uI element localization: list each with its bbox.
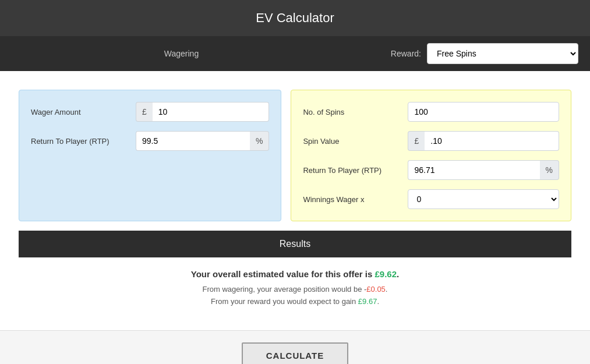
- reward-panel: No. of Spins Spin Value £ Return T: [291, 90, 571, 221]
- result-main-text-before: Your overall estimated value for this of…: [191, 269, 375, 279]
- panels-wrapper: Wager Amount £ Return To Player (RTP) %: [0, 71, 590, 231]
- reward-text-before: From your reward you would expect to gai…: [211, 297, 358, 306]
- wagering-text-before: From wagering, your average position wou…: [203, 285, 367, 294]
- calculator-panels: Wager Amount £ Return To Player (RTP) %: [9, 80, 581, 231]
- wager-amount-input[interactable]: [153, 102, 270, 122]
- calculate-button[interactable]: CALCULATE: [242, 342, 349, 364]
- results-content: Your overall estimated value for this of…: [19, 257, 571, 321]
- no-of-spins-row: No. of Spins: [303, 102, 559, 122]
- app-title: EV Calculator: [256, 10, 334, 25]
- app-container: EV Calculator Wagering Reward: Free Spin…: [0, 0, 590, 364]
- result-reward-detail: From your reward you would expect to gai…: [28, 297, 562, 306]
- reward-label: Reward:: [351, 49, 421, 58]
- wagering-text-after: .: [386, 285, 388, 294]
- no-of-spins-input-group: [408, 102, 559, 122]
- wager-amount-row: Wager Amount £: [31, 102, 269, 122]
- calculate-section: CALCULATE: [0, 330, 590, 364]
- reward-value: £9.67: [358, 297, 377, 306]
- spin-value-prefix: £: [408, 131, 425, 151]
- app-header: EV Calculator: [0, 0, 590, 36]
- spin-value-input[interactable]: [425, 131, 559, 151]
- no-of-spins-label: No. of Spins: [303, 108, 408, 116]
- rtp-input[interactable]: [136, 131, 250, 151]
- winnings-wager-input-group: 0 1 2 3 5 10 20 30 40 50: [408, 189, 559, 209]
- results-wrapper: Results Your overall estimated value for…: [0, 231, 590, 321]
- no-of-spins-input[interactable]: [408, 102, 559, 122]
- winnings-wager-row: Winnings Wager x 0 1 2 3 5 10 20 30: [303, 189, 559, 209]
- results-title: Results: [280, 239, 310, 249]
- result-main-value: £9.62: [375, 269, 397, 279]
- reward-rtp-input[interactable]: [408, 160, 539, 180]
- winnings-wager-label: Winnings Wager x: [303, 195, 408, 204]
- rtp-label: Return To Player (RTP): [31, 137, 136, 146]
- wager-amount-label: Wager Amount: [31, 108, 136, 116]
- spin-value-input-group: £: [408, 131, 559, 151]
- reward-rtp-input-group: %: [408, 160, 559, 180]
- winnings-wager-select[interactable]: 0 1 2 3 5 10 20 30 40 50: [408, 189, 559, 209]
- reward-text-after: .: [377, 297, 379, 306]
- wager-amount-prefix: £: [136, 102, 153, 122]
- rtp-suffix: %: [250, 131, 269, 151]
- wagering-value: £0.05: [366, 285, 386, 294]
- reward-rtp-row: Return To Player (RTP) %: [303, 160, 559, 180]
- wagering-panel: Wager Amount £ Return To Player (RTP) %: [19, 90, 281, 221]
- wager-amount-input-group: £: [136, 102, 269, 122]
- rtp-row: Return To Player (RTP) %: [31, 131, 269, 151]
- main-content: Wagering Reward: Free Spins Bonus Cash F…: [0, 36, 590, 321]
- result-wagering-detail: From wagering, your average position wou…: [28, 285, 562, 294]
- toolbar: Wagering Reward: Free Spins Bonus Cash F…: [0, 36, 590, 71]
- result-main-text-after: .: [397, 269, 399, 279]
- result-main: Your overall estimated value for this of…: [28, 269, 562, 279]
- reward-rtp-suffix: %: [540, 160, 559, 180]
- reward-select[interactable]: Free Spins Bonus Cash Free Bet Other: [427, 43, 578, 64]
- rtp-input-group: %: [136, 131, 269, 151]
- reward-rtp-label: Return To Player (RTP): [303, 166, 408, 175]
- spin-value-row: Spin Value £: [303, 131, 559, 151]
- results-bar: Results: [19, 231, 571, 257]
- spin-value-label: Spin Value: [303, 137, 408, 146]
- wagering-label: Wagering: [12, 49, 351, 58]
